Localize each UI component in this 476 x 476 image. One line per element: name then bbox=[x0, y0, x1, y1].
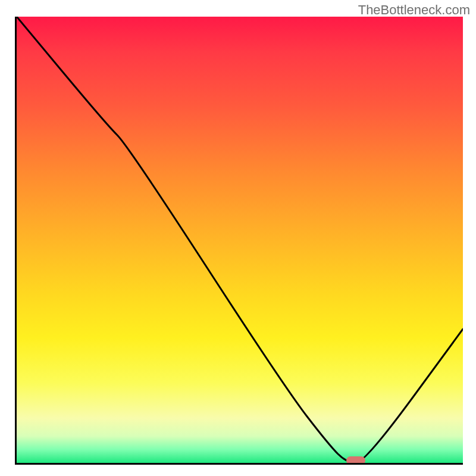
chart-plot-area bbox=[15, 17, 463, 465]
chart-curve-svg bbox=[17, 17, 463, 463]
bottleneck-curve-line bbox=[17, 17, 463, 463]
attribution-text: TheBottleneck.com bbox=[358, 2, 470, 18]
optimum-marker bbox=[346, 456, 365, 465]
